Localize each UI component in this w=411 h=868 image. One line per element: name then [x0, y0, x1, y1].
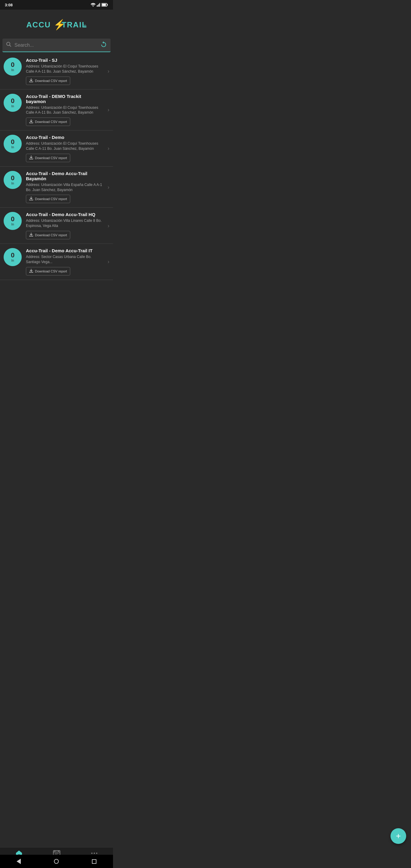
location-name: Accu-Trail - Demo Accu-Trail Bayamón	[26, 171, 102, 181]
status-bar: 3:08	[0, 0, 113, 10]
location-address: Address: Urbanización El Coquí Townhouse…	[26, 64, 102, 74]
download-icon	[29, 233, 33, 238]
download-icon	[29, 119, 33, 124]
svg-text:ACCU: ACCU	[26, 21, 51, 29]
count-badge: 0 In	[4, 94, 22, 112]
location-item[interactable]: 0 In Accu-Trail - DEMO Trackit bayamon A…	[0, 90, 113, 131]
location-item[interactable]: 0 In Accu-Trail - SJ Address: Urbanizaci…	[0, 53, 113, 90]
count-label: In	[11, 104, 14, 108]
count-label: In	[11, 145, 14, 149]
count-badge: 0 In	[4, 171, 22, 189]
location-info: Accu-Trail - Demo Accu-Trail HQ Address:…	[26, 212, 109, 239]
count-badge: 0 In	[4, 212, 22, 230]
location-name: Accu-Trail - Demo Accu-Trail IT	[26, 248, 102, 253]
battery-icon	[101, 3, 108, 7]
count-label: In	[11, 258, 14, 262]
svg-rect-7	[102, 4, 106, 6]
chevron-right-icon: ›	[107, 222, 109, 229]
count-number: 0	[11, 138, 14, 145]
location-item[interactable]: 0 In Accu-Trail - Demo Accu-Trail Bayamó…	[0, 167, 113, 208]
svg-line-13	[10, 45, 11, 47]
location-info: Accu-Trail - SJ Address: Urbanización El…	[26, 58, 109, 85]
location-address: Address: Urbanización Villa Linares Call…	[26, 218, 102, 228]
count-label: In	[11, 68, 14, 72]
location-address: Address: Urbanización El Coquí Townhouse…	[26, 141, 102, 151]
search-icon	[6, 41, 11, 49]
location-name: Accu-Trail - Demo Accu-Trail HQ	[26, 212, 102, 217]
count-number: 0	[11, 98, 14, 104]
app-header: ACCU ⚡ TRAIL »	[0, 10, 113, 38]
svg-text:»: »	[83, 22, 87, 29]
count-number: 0	[11, 252, 14, 258]
download-csv-button[interactable]: Download CSV report	[26, 267, 70, 276]
download-csv-button[interactable]: Download CSV report	[26, 118, 70, 126]
count-number: 0	[11, 61, 14, 68]
svg-rect-3	[98, 4, 99, 7]
download-icon	[29, 269, 33, 274]
download-csv-button[interactable]: Download CSV report	[26, 231, 70, 239]
chevron-right-icon: ›	[107, 145, 109, 152]
chevron-right-icon: ›	[107, 107, 109, 113]
search-input[interactable]	[14, 42, 100, 48]
download-icon	[29, 79, 33, 83]
status-time: 3:08	[5, 3, 13, 7]
location-name: Accu-Trail - SJ	[26, 58, 102, 63]
location-item[interactable]: 0 In Accu-Trail - Demo Accu-Trail IT Add…	[0, 244, 113, 280]
wifi-icon	[91, 3, 96, 7]
chevron-right-icon: ›	[107, 258, 109, 265]
location-address: Address: Urbanización Villa España Calle…	[26, 182, 102, 193]
download-csv-button[interactable]: Download CSV report	[26, 195, 70, 203]
chevron-right-icon: ›	[107, 68, 109, 74]
download-csv-button[interactable]: Download CSV report	[26, 76, 70, 85]
count-badge: 0 In	[4, 135, 22, 153]
download-icon	[29, 196, 33, 201]
count-label: In	[11, 222, 14, 226]
download-csv-button[interactable]: Download CSV report	[26, 154, 70, 162]
location-info: Accu-Trail - Demo Accu-Trail IT Address:…	[26, 248, 109, 276]
svg-rect-2	[98, 5, 98, 7]
download-icon	[29, 156, 33, 160]
location-name: Accu-Trail - Demo	[26, 135, 102, 140]
location-item[interactable]: 0 In Accu-Trail - Demo Address: Urbaniza…	[0, 130, 113, 167]
location-info: Accu-Trail - DEMO Trackit bayamon Addres…	[26, 94, 109, 126]
refresh-icon[interactable]	[100, 41, 107, 49]
location-name: Accu-Trail - DEMO Trackit bayamon	[26, 94, 102, 104]
count-badge: 0 In	[4, 248, 22, 266]
count-label: In	[11, 181, 14, 185]
signal-icon	[97, 3, 100, 7]
location-address: Address: Urbanización El Coquí Townhouse…	[26, 105, 102, 116]
svg-rect-4	[99, 3, 100, 7]
count-number: 0	[11, 175, 14, 181]
search-bar[interactable]	[2, 38, 110, 52]
svg-point-0	[93, 6, 94, 7]
location-info: Accu-Trail - Demo Accu-Trail Bayamón Add…	[26, 171, 109, 204]
chevron-right-icon: ›	[107, 184, 109, 190]
location-info: Accu-Trail - Demo Address: Urbanización …	[26, 135, 109, 162]
svg-rect-1	[97, 5, 97, 7]
location-address: Address: Sector Casas Urbana Calle Bo. S…	[26, 254, 102, 265]
location-item[interactable]: 0 In Accu-Trail - Demo Accu-Trail HQ Add…	[0, 208, 113, 244]
locations-list: 0 In Accu-Trail - SJ Address: Urbanizaci…	[0, 53, 113, 280]
svg-rect-6	[107, 4, 108, 6]
count-badge: 0 In	[4, 58, 22, 76]
app-logo: ACCU ⚡ TRAIL »	[24, 16, 90, 34]
status-icons	[91, 3, 108, 7]
count-number: 0	[11, 216, 14, 222]
